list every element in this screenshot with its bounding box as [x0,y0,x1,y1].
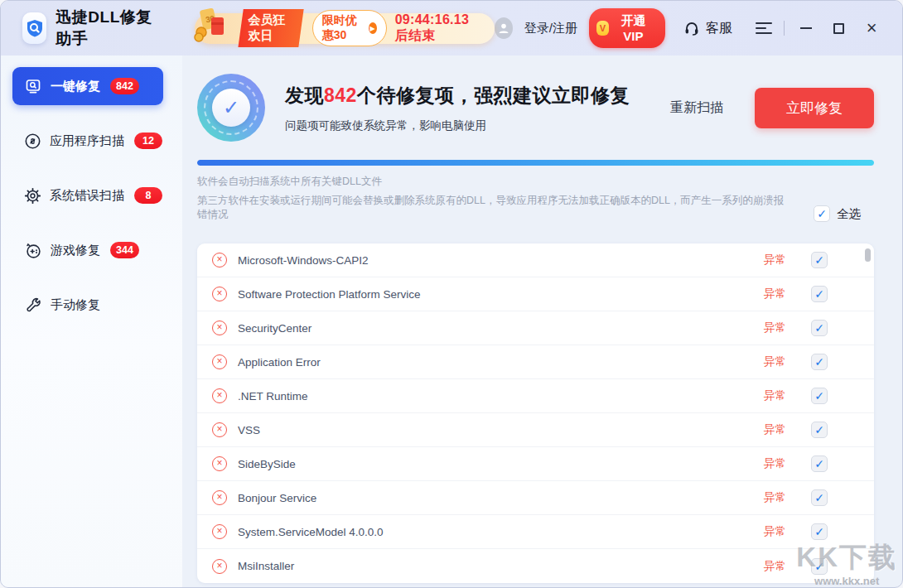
scan-progress-bar [197,160,874,166]
issue-checkbox[interactable]: ✓ [811,523,828,540]
scan-summary: ✓ 发现842个待修复项，强烈建议立即修复 问题项可能致使系统异常，影响电脑使用… [197,74,874,142]
issue-name: VSS [238,424,260,436]
menu-icon[interactable] [756,22,772,34]
sidebar-item-label: 一键修复 [51,79,100,94]
issue-list: × Microsoft-Windows-CAPI2 异常 ✓ × Softwar… [197,243,874,583]
issue-name: .NET Runtime [238,390,308,402]
issue-status: 异常 [764,321,786,335]
play-arrow-icon: ▶ [369,22,377,34]
sidebar-item-label: 游戏修复 [51,243,100,258]
login-register-link[interactable]: 登录/注册 [524,21,577,36]
issue-checkbox[interactable]: ✓ [811,354,828,370]
promo-offer-pill[interactable]: 限时优惠30 ▶ [312,10,387,46]
gear-icon [24,187,41,205]
issue-status: 异常 [764,559,786,574]
error-circle-icon: × [212,490,227,505]
issue-row[interactable]: × Software Protection Platform Service 异… [197,277,874,311]
app-window: 迅捷DLL修复助手 30 会员狂欢日 限时优惠30 ▶ 09:44:16.13后… [0,0,903,588]
error-circle-icon: × [212,524,227,539]
maximize-button[interactable] [828,16,849,41]
fix-now-button[interactable]: 立即修复 [755,88,874,128]
app-scan-icon [24,133,41,150]
sidebar-item-manual-repair[interactable]: 手动修复 [12,286,163,324]
issue-status: 异常 [764,253,786,267]
error-circle-icon: × [212,559,227,574]
sidebar-item-one-click-repair[interactable]: 一键修复 842 [12,67,163,105]
gamepad-icon [24,242,42,259]
issue-checkbox[interactable]: ✓ [811,252,828,268]
scan-headline-block: 发现842个待修复项，强烈建议立即修复 问题项可能致使系统异常，影响电脑使用 [285,83,630,133]
error-circle-icon: × [212,354,227,369]
issue-checkbox[interactable]: ✓ [811,422,828,438]
issue-name: SideBySide [238,458,296,470]
sidebar: 一键修复 842 应用程序扫描 12 [1,55,182,588]
issue-name: Bonjour Service [238,492,316,504]
brand: 迅捷DLL修复助手 [22,7,155,50]
service-label: 客服 [706,20,732,37]
issue-checkbox[interactable]: ✓ [811,320,828,336]
sidebar-item-label: 系统错误扫描 [50,188,124,204]
scan-progress-fill [197,160,874,166]
sidebar-item-badge: 344 [110,242,139,258]
select-all-control[interactable]: ✓ 全选 [814,205,861,222]
issue-row[interactable]: × SideBySide 异常 ✓ [197,447,874,481]
error-circle-icon: × [212,456,227,471]
issue-checkbox[interactable]: ✓ [811,558,828,575]
sidebar-item-badge: 8 [134,187,162,204]
issue-name: Microsoft-Windows-CAPI2 [238,254,369,267]
issue-row[interactable]: × Microsoft-Windows-CAPI2 异常 ✓ [197,243,874,277]
promo-ribbon: 会员狂欢日 [238,9,303,47]
error-circle-icon: × [212,422,227,437]
issue-status: 异常 [764,456,786,471]
sidebar-item-badge: 12 [134,133,162,149]
error-circle-icon: × [212,253,227,267]
app-title: 迅捷DLL修复助手 [56,7,155,50]
issue-status: 异常 [764,422,786,437]
headset-icon [683,20,700,36]
titlebar-divider [784,21,785,36]
issue-row[interactable]: × Bonjour Service 异常 ✓ [197,481,874,515]
promo-countdown: 09:44:16.13后结束 [395,12,480,45]
issue-checkbox[interactable]: ✓ [811,388,828,404]
open-vip-button[interactable]: V 开通VIP [589,8,665,48]
scrollbar-thumb[interactable] [865,248,871,262]
sidebar-item-badge: 842 [110,78,139,94]
issue-status: 异常 [764,287,786,301]
issue-row[interactable]: × SecurityCenter 异常 ✓ [197,311,874,345]
screen-scan-icon [24,78,42,94]
rescan-link[interactable]: 重新扫描 [670,99,723,117]
select-all-checkbox[interactable]: ✓ [814,205,830,222]
issue-status: 异常 [764,388,786,403]
issue-checkbox[interactable]: ✓ [811,489,828,506]
issue-checkbox[interactable]: ✓ [811,455,828,472]
issue-status: 异常 [764,354,786,369]
scan-description-line2: 第三方软件在安装或运行期间可能会替换或删除系统原有的DLL，导致应用程序无法加载… [197,194,794,222]
sidebar-item-system-error-scan[interactable]: 系统错误扫描 8 [12,176,163,214]
error-circle-icon: × [212,321,227,335]
error-circle-icon: × [212,388,227,403]
sidebar-item-app-scan[interactable]: 应用程序扫描 12 [12,122,163,160]
issue-status: 异常 [764,524,786,539]
titlebar-actions: 登录/注册 V 开通VIP 客服 × [495,8,882,48]
scan-subtitle: 问题项可能致使系统异常，影响电脑使用 [285,118,630,133]
scan-description-line1: 软件会自动扫描系统中所有关键DLL文件 [197,175,874,189]
promo-banner[interactable]: 30 会员狂欢日 限时优惠30 ▶ 09:44:16.13后结束 [195,13,494,44]
issue-row[interactable]: × MsiInstaller 异常 ✓ [197,549,874,583]
app-logo-icon [22,12,46,44]
sidebar-item-game-repair[interactable]: 游戏修复 344 [12,231,163,269]
vip-label: 开通VIP [615,13,652,43]
issue-checkbox[interactable]: ✓ [811,286,828,302]
issue-row[interactable]: × Application Error 异常 ✓ [197,345,874,379]
issue-name: MsiInstaller [238,560,294,572]
issue-row[interactable]: × .NET Runtime 异常 ✓ [197,379,874,413]
issue-row[interactable]: × System.ServiceModel 4.0.0.0 异常 ✓ [197,515,874,549]
issue-row[interactable]: × VSS 异常 ✓ [197,413,874,447]
avatar[interactable] [495,17,513,39]
minimize-button[interactable] [796,16,817,41]
close-button[interactable]: × [862,16,882,41]
customer-service[interactable]: 客服 [683,20,732,37]
select-all-label: 全选 [837,206,861,222]
scan-description: 软件会自动扫描系统中所有关键DLL文件 第三方软件在安装或运行期间可能会替换或删… [197,175,874,222]
issue-name: Application Error [238,356,321,369]
issue-name: SecurityCenter [238,322,311,335]
